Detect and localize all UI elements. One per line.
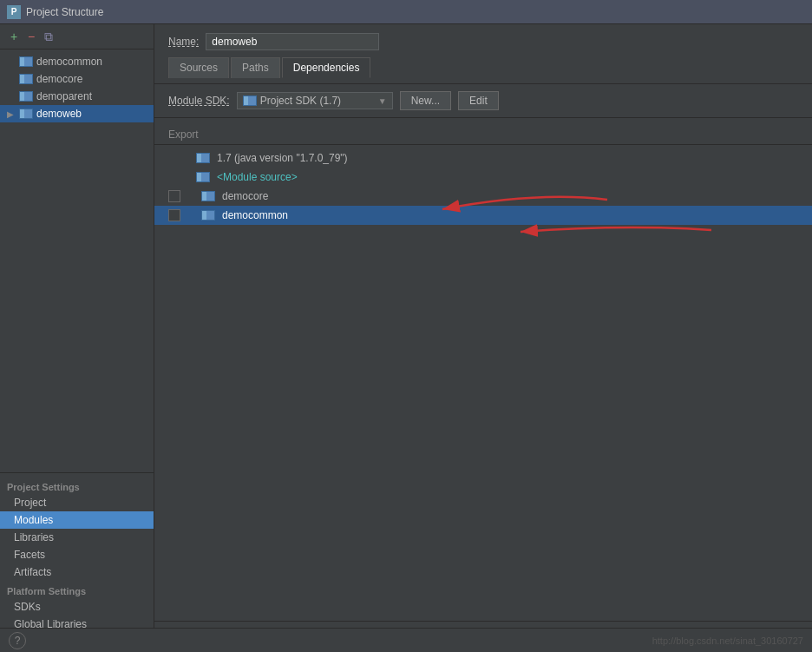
edit-button[interactable]: Edit (458, 91, 499, 110)
tab-paths[interactable]: Paths (231, 57, 280, 78)
new-button[interactable]: New... (400, 91, 451, 110)
name-label: Name: (168, 36, 199, 48)
project-settings-header: Project Settings (0, 477, 154, 494)
dep-item-democommon[interactable]: democommon (154, 206, 812, 225)
module-icon-democore (19, 74, 33, 84)
tree-item-democommon[interactable]: democommon (0, 53, 154, 70)
help-button[interactable]: ? (9, 632, 26, 649)
sidebar-item-modules[interactable]: Modules (0, 511, 154, 529)
sidebar-item-sdks[interactable]: SDKs (0, 598, 154, 616)
module-tree: democommon democore demoparent demoweb (0, 49, 154, 472)
dep-democore-icon (201, 191, 215, 201)
content-area: Name: Sources Paths Dependencies Module … (154, 24, 812, 652)
dep-democommon-name: democommon (222, 209, 288, 221)
platform-settings-header: Platform Settings (0, 581, 154, 598)
tree-item-label-democommon: democommon (36, 56, 102, 68)
sidebar-item-project[interactable]: Project (0, 494, 154, 511)
tabs-row: Sources Paths Dependencies (168, 57, 798, 78)
tree-arrow-democore (5, 74, 16, 84)
dep-democore-checkbox[interactable] (168, 190, 180, 202)
remove-button[interactable]: − (24, 30, 38, 43)
tree-item-label-demoparent: demoparent (36, 90, 92, 102)
module-icon-demoparent (19, 91, 33, 102)
tree-item-label-demoweb: demoweb (36, 108, 82, 120)
export-label: Export (168, 128, 199, 141)
dep-source-name: <Module source> (217, 171, 298, 183)
url-text: http://blog.csdn.net/sinat_30160727 (652, 636, 803, 646)
sidebar-item-facets[interactable]: Facets (0, 546, 154, 563)
sidebar-item-artifacts[interactable]: Artifacts (0, 563, 154, 581)
dep-item-democore[interactable]: democore (154, 187, 812, 206)
sdk-row: Module SDK: Project SDK (1.7) ▼ New... E… (154, 84, 812, 118)
main-layout: + − ⧉ democommon democore demoparent (0, 24, 812, 652)
content-header: Name: Sources Paths Dependencies (154, 24, 812, 84)
module-icon-demoweb (19, 109, 33, 119)
copy-button[interactable]: ⧉ (42, 30, 56, 43)
tree-arrow-demoparent (5, 91, 16, 102)
tab-dependencies[interactable]: Dependencies (282, 57, 371, 78)
sdk-dropdown[interactable]: Project SDK (1.7) ▼ (237, 92, 393, 109)
tree-item-label-democore: democore (36, 73, 82, 85)
tree-item-demoweb[interactable]: demoweb (0, 105, 154, 122)
dependencies-container: Export 1.7 (java version "1.7.0_79") <Mo… (154, 118, 812, 621)
app-icon: P (7, 5, 21, 19)
export-header: Export (154, 125, 812, 145)
sdk-module-icon (243, 95, 257, 106)
sidebar-toolbar: + − ⧉ (0, 24, 154, 49)
dep-jdk-name: 1.7 (java version "1.7.0_79") (217, 152, 348, 164)
dep-democore-name: democore (222, 190, 268, 202)
name-input[interactable] (206, 33, 379, 50)
tree-arrow-democommon (5, 56, 16, 67)
sdk-label: Module SDK: (168, 95, 230, 107)
dep-democommon-checkbox[interactable] (168, 209, 180, 221)
name-row: Name: (168, 33, 798, 50)
tree-item-demoparent[interactable]: demoparent (0, 88, 154, 105)
title-bar: P Project Structure (0, 0, 812, 24)
tree-item-democore[interactable]: democore (0, 70, 154, 88)
sdk-value: Project SDK (1.7) (260, 95, 375, 107)
dep-jdk-icon (196, 153, 210, 163)
sidebar-item-libraries[interactable]: Libraries (0, 529, 154, 546)
dep-item-module-source[interactable]: <Module source> (154, 168, 812, 187)
sdk-dropdown-arrow: ▼ (378, 96, 387, 106)
add-button[interactable]: + (7, 30, 21, 43)
tree-arrow-demoweb (5, 109, 16, 119)
sidebar-nav: Project Settings Project Modules Librari… (0, 472, 154, 652)
window-title: Project Structure (26, 6, 103, 18)
status-bar: ? http://blog.csdn.net/sinat_30160727 (0, 628, 812, 652)
dep-item-jdk[interactable]: 1.7 (java version "1.7.0_79") (154, 148, 812, 168)
tab-sources[interactable]: Sources (168, 57, 229, 78)
sidebar: + − ⧉ democommon democore demoparent (0, 24, 154, 652)
dep-source-icon (196, 172, 210, 182)
dep-democommon-icon (201, 210, 215, 221)
module-icon-democommon (19, 56, 33, 67)
